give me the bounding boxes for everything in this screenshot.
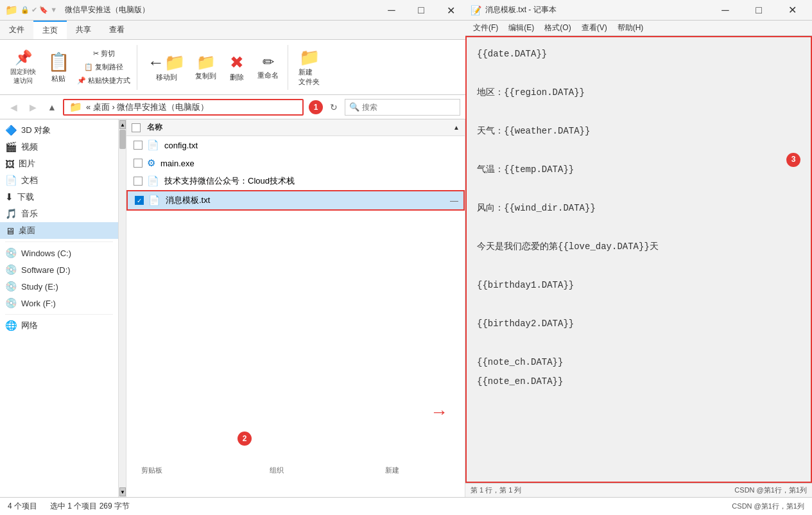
forward-button[interactable]: ▶ bbox=[24, 99, 41, 116]
notepad-close[interactable]: ✕ bbox=[777, 0, 807, 21]
notepad-position: CSDN @第1行，第1列 bbox=[732, 502, 804, 511]
up-button[interactable]: ▲ bbox=[44, 99, 60, 116]
notepad-minimize[interactable]: ─ bbox=[711, 0, 740, 21]
menu-format[interactable]: 格式(O) bbox=[539, 21, 576, 35]
back-button[interactable]: ◀ bbox=[5, 99, 22, 116]
name-column-header[interactable]: 名称 bbox=[147, 122, 453, 133]
file-check-template[interactable]: ✓ bbox=[133, 196, 146, 205]
explorer-inner: 🔷 3D 对象 🎬 视频 🖼 图片 📄 文档 ⬇ 下载 🎵 音乐 bbox=[0, 119, 465, 497]
new-folder-button[interactable]: 📁 新建文件夹 bbox=[295, 48, 324, 87]
file-item-tech[interactable]: 📄 技术支持微信公众号：Cloud技术栈 bbox=[126, 172, 465, 190]
notepad-badge: 3 bbox=[786, 153, 800, 167]
ribbon-content: 📌 固定到快速访问 📋 粘贴 ✂ 剪切 📋 复制路径 📌 粘贴快捷方式 剪贴板 … bbox=[0, 40, 465, 95]
cdrive-icon: 💿 bbox=[5, 247, 17, 259]
organize-group: ←📁 移动到 📁 复制到 ✖ 删除 ✏ 重命名 bbox=[139, 45, 288, 90]
line-weather: 天气：{{weather.DATA}} bbox=[477, 122, 800, 140]
sidebar-item-cdrive[interactable]: 💿 Windows (C:) bbox=[0, 245, 118, 261]
organize-label: 组织 bbox=[270, 466, 284, 475]
paste-label: 粘贴 bbox=[51, 74, 65, 83]
tab-home[interactable]: 主页 bbox=[33, 21, 67, 39]
sidebar-item-video[interactable]: 🎬 视频 bbox=[0, 139, 118, 155]
delete-icon: ✖ bbox=[230, 53, 244, 73]
txt-file-icon2: 📄 bbox=[147, 175, 159, 187]
copy-to-icon: 📁 bbox=[196, 53, 216, 71]
address-badge: 1 bbox=[309, 100, 323, 114]
rename-button[interactable]: ✏ 重命名 bbox=[254, 48, 282, 87]
checkbox-config[interactable] bbox=[134, 141, 143, 150]
file-check-tech[interactable] bbox=[132, 177, 144, 186]
sidebar-item-documents-label: 文档 bbox=[21, 175, 38, 186]
sidebar-item-edrive-label: Study (E:) bbox=[21, 282, 58, 292]
pin-label: 固定到快速访问 bbox=[10, 67, 36, 85]
file-item-config[interactable]: 📄 config.txt bbox=[126, 136, 465, 154]
address-path[interactable]: 📁 « 桌面 › 微信早安推送（电脑版） bbox=[63, 99, 304, 116]
file-check-config[interactable] bbox=[132, 141, 144, 150]
sidebar-item-pictures[interactable]: 🖼 图片 bbox=[0, 155, 118, 172]
paste-button[interactable]: 📋 粘贴 bbox=[42, 47, 74, 88]
maximize-button[interactable]: □ bbox=[406, 0, 436, 21]
line-blank8 bbox=[477, 334, 800, 352]
cut-button[interactable]: ✂ 剪切 bbox=[74, 48, 133, 60]
copy-to-button[interactable]: 📁 复制到 bbox=[191, 48, 220, 87]
checkbox-main[interactable] bbox=[134, 159, 143, 168]
notepad-titlebar: 📝 消息模板.txt - 记事本 ─ □ ✕ bbox=[465, 0, 812, 21]
edrive-icon: 💿 bbox=[5, 281, 17, 292]
notepad-title-icon: 📝 bbox=[471, 5, 481, 15]
line-blank7 bbox=[477, 295, 800, 313]
clipboard-label: 剪贴板 bbox=[141, 466, 162, 475]
sidebar-item-network[interactable]: 🌐 网络 bbox=[0, 317, 118, 334]
sidebar-item-cdrive-label: Windows (C:) bbox=[21, 249, 71, 258]
scroll-up[interactable]: ▲ bbox=[119, 120, 126, 129]
menu-view[interactable]: 查看(V) bbox=[576, 21, 612, 35]
scroll-thumb-sidebar[interactable] bbox=[119, 130, 126, 149]
rename-label: 重命名 bbox=[257, 71, 279, 80]
network-icon: 🌐 bbox=[5, 320, 17, 331]
tab-file[interactable]: 文件 bbox=[0, 21, 33, 39]
copy-path-button[interactable]: 📋 复制路径 bbox=[74, 61, 133, 73]
clipboard-small-group: ✂ 剪切 📋 复制路径 📌 粘贴快捷方式 bbox=[74, 48, 133, 87]
file-check-main[interactable] bbox=[132, 159, 144, 168]
search-icon: 🔍 bbox=[349, 102, 359, 112]
tab-view[interactable]: 查看 bbox=[100, 21, 134, 39]
refresh-button[interactable]: ↻ bbox=[325, 99, 342, 116]
sidebar-item-documents[interactable]: 📄 文档 bbox=[0, 172, 118, 189]
move-to-button[interactable]: ←📁 移动到 bbox=[144, 48, 189, 87]
sidebar-item-music[interactable]: 🎵 音乐 bbox=[0, 205, 118, 222]
paste-shortcut-button[interactable]: 📌 粘贴快捷方式 bbox=[74, 74, 133, 87]
menu-edit[interactable]: 编辑(E) bbox=[503, 21, 539, 35]
txt-file-icon3: 📄 bbox=[148, 195, 160, 206]
search-box[interactable]: 🔍 bbox=[345, 99, 460, 116]
items-count: 4 个项目 bbox=[8, 501, 37, 512]
delete-label: 删除 bbox=[230, 73, 244, 82]
sidebar-separator2 bbox=[5, 314, 113, 315]
file-item-template[interactable]: ✓ 📄 消息模板.txt — bbox=[126, 190, 465, 211]
sidebar-item-downloads[interactable]: ⬇ 下载 bbox=[0, 189, 118, 205]
sidebar-item-fdrive[interactable]: 💿 Work (F:) bbox=[0, 295, 118, 311]
search-input[interactable] bbox=[362, 103, 458, 112]
menu-file[interactable]: 文件(F) bbox=[468, 21, 503, 35]
sidebar-item-edrive[interactable]: 💿 Study (E:) bbox=[0, 278, 118, 295]
sidebar-item-3d[interactable]: 🔷 3D 对象 bbox=[0, 122, 118, 139]
pin-button[interactable]: 📌 固定到快速访问 bbox=[5, 48, 41, 87]
minimize-button[interactable]: ─ bbox=[377, 0, 406, 21]
line-blank2 bbox=[477, 103, 800, 121]
tab-share[interactable]: 共享 bbox=[67, 21, 100, 39]
checkbox-tech[interactable] bbox=[134, 177, 143, 186]
delete-button[interactable]: ✖ 删除 bbox=[223, 48, 251, 87]
line-blank4 bbox=[477, 180, 800, 198]
status-bar: 4 个项目 选中 1 个项目 269 字节 CSDN @第1行，第1列 bbox=[0, 497, 812, 515]
sidebar-item-ddrive[interactable]: 💿 Software (D:) bbox=[0, 261, 118, 278]
file-item-main[interactable]: ⚙ main.exe bbox=[126, 154, 465, 172]
sort-icon: ▲ bbox=[453, 124, 460, 131]
notepad-maximize[interactable]: □ bbox=[744, 0, 773, 21]
explorer-titlebar-icon: 📁 bbox=[5, 4, 18, 16]
menu-help[interactable]: 帮助(H) bbox=[612, 21, 649, 35]
scroll-down[interactable]: ▼ bbox=[119, 487, 126, 496]
line-wind: 风向：{{wind_dir.DATA}} bbox=[477, 199, 800, 217]
select-all-checkbox[interactable] bbox=[132, 123, 141, 132]
notepad-content[interactable]: {{date.DATA}} 地区：{{region.DATA}} 天气：{{we… bbox=[465, 36, 812, 483]
sidebar-scrollbar[interactable]: ▲ ▼ bbox=[119, 119, 126, 497]
sidebar-item-desktop[interactable]: 🖥 桌面 bbox=[0, 222, 118, 239]
checkbox-template[interactable]: ✓ bbox=[135, 196, 144, 205]
close-button[interactable]: ✕ bbox=[436, 0, 465, 21]
